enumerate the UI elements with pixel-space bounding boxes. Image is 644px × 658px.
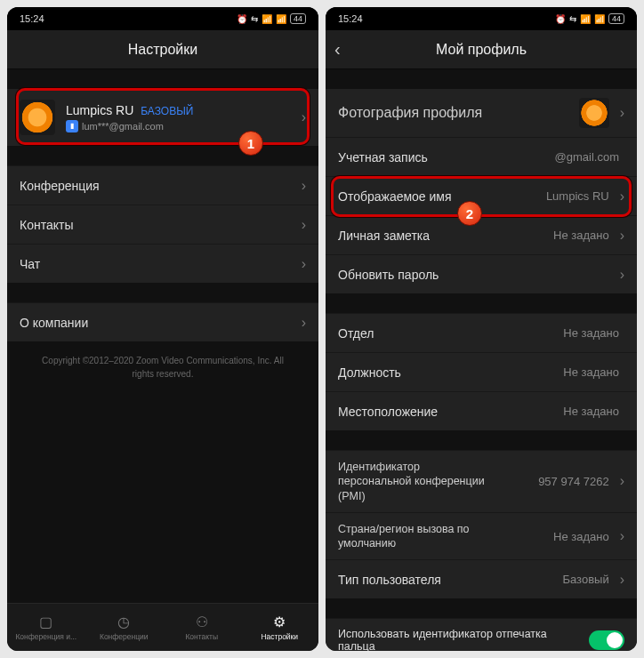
signal-icon: 📶 xyxy=(276,14,286,24)
profile-name: Lumpics RU xyxy=(66,103,133,117)
chevron-right-icon: › xyxy=(302,178,306,194)
video-icon: ▢ xyxy=(39,614,52,630)
statusbar: 15:24 ⏰ ⇆ 📶 📶 44 xyxy=(7,7,318,30)
avatar xyxy=(20,100,55,135)
row-conference[interactable]: Конференция › xyxy=(7,165,318,205)
row-chat[interactable]: Чат › xyxy=(7,244,318,283)
alarm-icon: ⏰ xyxy=(237,14,247,24)
chevron-right-icon: › xyxy=(302,217,306,233)
row-pmi[interactable]: Идентификатор персональной конференции (… xyxy=(326,450,637,512)
wifi-icon: ⇆ xyxy=(569,14,576,24)
tab-contacts[interactable]: ⚇Контакты xyxy=(163,604,241,651)
settings-content: Lumpics RU БАЗОВЫЙ ▮ lum***@gmail.com › … xyxy=(7,69,318,603)
copyright-text: Copyright ©2012–2020 Zoom Video Communic… xyxy=(7,341,318,393)
chevron-right-icon: › xyxy=(620,473,624,489)
avatar xyxy=(579,98,609,128)
row-personal-note[interactable]: Личная заметка Не задано › xyxy=(326,215,637,254)
statusbar: 15:24 ⏰ ⇆ 📶 📶 44 xyxy=(326,7,637,30)
clock-icon: ◷ xyxy=(117,614,130,630)
row-call-region[interactable]: Страна/регион вызова по умолчанию Не зад… xyxy=(326,512,637,560)
row-contacts[interactable]: Контакты › xyxy=(7,205,318,244)
clock: 15:24 xyxy=(338,13,363,24)
tab-new-meeting[interactable]: ▢Конференция и... xyxy=(7,604,85,651)
tab-settings[interactable]: ⚙Настройки xyxy=(241,604,319,651)
tabbar: ▢Конференция и... ◷Конференции ⚇Контакты… xyxy=(7,603,318,651)
phone-right-profile: 15:24 ⏰ ⇆ 📶 📶 44 ‹ Мой профиль Фотографи… xyxy=(326,7,637,651)
page-title: Настройки xyxy=(128,42,197,58)
back-button[interactable]: ‹ xyxy=(334,39,341,60)
profile-email: lum***@gmail.com xyxy=(82,121,164,132)
step-badge-2: 2 xyxy=(457,201,482,226)
chevron-right-icon: › xyxy=(620,228,624,244)
row-department[interactable]: Отдел Не задано xyxy=(326,313,637,352)
signal-icon: 📶 xyxy=(262,14,272,24)
row-location[interactable]: Местоположение Не задано xyxy=(326,391,637,430)
profile-content: Фотография профиля › Учетная запись @gma… xyxy=(326,69,637,651)
battery-icon: 44 xyxy=(608,13,624,24)
alarm-icon: ⏰ xyxy=(555,14,566,24)
row-account[interactable]: Учетная запись @gmail.com xyxy=(326,137,637,176)
fingerprint-toggle[interactable] xyxy=(589,630,624,650)
chevron-right-icon: › xyxy=(302,109,306,125)
header-my-profile: ‹ Мой профиль xyxy=(326,30,637,69)
row-fingerprint[interactable]: Использовать идентификатор отпечатка пал… xyxy=(326,618,637,651)
battery-icon: 44 xyxy=(290,13,306,24)
status-icons: ⏰ ⇆ 📶 📶 44 xyxy=(555,13,624,24)
chevron-right-icon: › xyxy=(620,189,624,205)
status-icons: ⏰ ⇆ 📶 📶 44 xyxy=(237,13,306,24)
gear-icon: ⚙ xyxy=(273,614,286,630)
chevron-right-icon: › xyxy=(620,105,624,121)
wifi-icon: ⇆ xyxy=(251,14,258,24)
step-badge-1: 1 xyxy=(238,131,263,156)
chevron-right-icon: › xyxy=(302,315,306,331)
row-job-title[interactable]: Должность Не задано xyxy=(326,352,637,391)
chevron-right-icon: › xyxy=(620,572,624,588)
chevron-right-icon: › xyxy=(620,528,624,544)
clock: 15:24 xyxy=(20,13,44,24)
chevron-right-icon: › xyxy=(302,256,306,272)
person-icon: ⚇ xyxy=(196,614,208,630)
row-profile-photo[interactable]: Фотография профиля › xyxy=(326,89,637,137)
profile-plan-badge: БАЗОВЫЙ xyxy=(141,105,193,117)
chevron-right-icon: › xyxy=(620,267,624,283)
tab-meetings[interactable]: ◷Конференции xyxy=(85,604,164,651)
signal-icon: 📶 xyxy=(594,14,605,24)
row-about[interactable]: О компании › xyxy=(7,302,318,341)
row-user-type[interactable]: Тип пользователя Базовый › xyxy=(326,559,637,598)
page-title: Мой профиль xyxy=(436,42,527,58)
zoom-icon: ▮ xyxy=(66,120,78,132)
profile-row[interactable]: Lumpics RU БАЗОВЫЙ ▮ lum***@gmail.com › xyxy=(7,89,318,146)
phone-left-settings: 15:24 ⏰ ⇆ 📶 📶 44 Настройки Lumpics RU БА… xyxy=(7,7,318,651)
header-settings: Настройки xyxy=(7,30,318,69)
row-update-password[interactable]: Обновить пароль › xyxy=(326,254,637,293)
signal-icon: 📶 xyxy=(580,14,591,24)
